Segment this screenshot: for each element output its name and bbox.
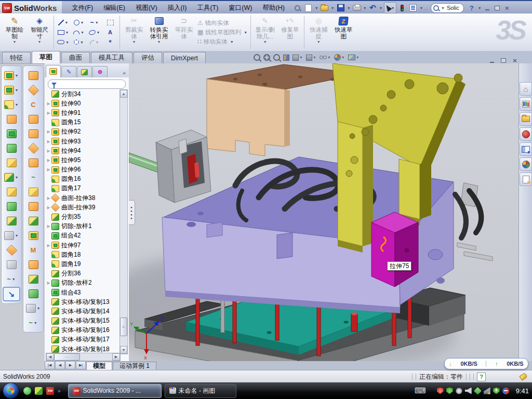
tree-item-拉伸96[interactable]: ▶拉伸96	[46, 165, 121, 175]
menu-插入(I)[interactable]: 插入(I)	[163, 2, 192, 14]
surfaces-tool-button-17[interactable]: ▼	[24, 301, 42, 315]
expand-arrow-icon[interactable]: ▶	[46, 224, 51, 229]
property-manager-tab[interactable]: ✎	[61, 66, 76, 77]
sketch-tool-rect[interactable]: ▼	[56, 28, 71, 37]
dropdown-arrow-icon[interactable]: ▼	[38, 40, 42, 44]
zoom-fit-icon[interactable]	[254, 54, 260, 61]
tree-item-组合43[interactable]: 组合43	[46, 288, 121, 297]
tab-model[interactable]: 模型	[86, 362, 112, 370]
tree-item-实体-移动/复制13[interactable]: 实体-移动/复制13	[46, 297, 121, 307]
features-tool-button-4[interactable]	[3, 112, 20, 126]
features-tool-button-6[interactable]	[3, 141, 20, 155]
surfaces-tool-button-3[interactable]: C	[24, 98, 42, 112]
menu-视图(V)[interactable]: 视图(V)	[131, 2, 162, 14]
tree-filter-input[interactable]	[48, 79, 126, 89]
solidworks-resources-icon[interactable]: ⌂	[520, 82, 532, 96]
edit-appearance-icon[interactable]: ▼	[334, 54, 345, 61]
tree-item-曲面-拉伸39[interactable]: ▶曲面-拉伸39	[46, 203, 121, 212]
tab-评估[interactable]: 评估	[134, 52, 162, 63]
tab-模具工具[interactable]: 模具工具	[91, 52, 132, 63]
network-speed-monitor[interactable]: ↓ 0KB/S ↑ 0KB/S	[444, 358, 528, 369]
surfaces-tool-button-14[interactable]	[24, 258, 42, 272]
dropdown-arrow-icon[interactable]: ▼	[13, 40, 17, 44]
menu-编辑(E)[interactable]: 编辑(E)	[99, 2, 130, 14]
tab-DimXpert[interactable]: DimXpert	[163, 52, 206, 63]
surfaces-tool-button-10[interactable]	[24, 200, 42, 214]
tab-scroll-prev-button[interactable]: ◀	[55, 361, 65, 369]
sketch-tool-polygon[interactable]: ▼	[71, 37, 87, 47]
checker-dropdown-icon[interactable]: ▼	[419, 6, 423, 10]
overflow-ellipsis[interactable]: ..	[424, 5, 428, 11]
expand-arrow-icon[interactable]: ▶	[46, 149, 51, 153]
expand-arrow-icon[interactable]: ▶	[46, 158, 51, 163]
tree-item-拉伸91[interactable]: ▶拉伸91	[46, 108, 121, 117]
surfaces-tool-button-12[interactable]	[24, 229, 42, 243]
launcher-icon[interactable]	[35, 387, 43, 395]
surfaces-tool-button-15[interactable]	[24, 272, 42, 286]
surfaces-tool-button-2[interactable]	[24, 83, 42, 97]
surfaces-tool-button-4[interactable]	[24, 112, 42, 126]
surfaces-tool-button-18[interactable]: ~▼	[24, 316, 42, 330]
features-tool-button-16[interactable]: ↘	[3, 287, 20, 301]
sketch-tool-text[interactable]: A	[102, 28, 118, 37]
features-tool-button-8[interactable]: ▼	[3, 170, 20, 184]
search-dropdown-icon[interactable]: ▼	[441, 6, 445, 10]
tree-item-实体-移动/复制16[interactable]: 实体-移动/复制16	[46, 326, 121, 335]
surfaces-tool-button-16[interactable]	[24, 287, 42, 301]
expand-arrow-icon[interactable]: ▶	[46, 101, 51, 106]
surfaces-tool-button-6[interactable]	[24, 141, 42, 155]
section-view-icon[interactable]	[283, 55, 289, 61]
features-tool-button-13[interactable]	[3, 243, 20, 257]
sketch-tool-line[interactable]: ▼	[56, 18, 71, 28]
tab-草图[interactable]: 草图	[32, 51, 60, 63]
feature-manager-tab[interactable]	[46, 65, 61, 77]
security-shield-icon[interactable]	[446, 388, 453, 394]
features-tool-button-1[interactable]: ▼	[3, 69, 20, 83]
menu-文件(F)[interactable]: 文件(F)	[67, 2, 98, 14]
tree-item-圆角17[interactable]: 圆角17	[46, 184, 121, 193]
quick-tips-icon[interactable]: ?	[477, 373, 486, 381]
restore-button[interactable]	[493, 4, 502, 12]
tags-icon[interactable]	[519, 373, 527, 381]
solidworks-quicklaunch-icon[interactable]: SW	[46, 387, 54, 395]
close-button[interactable]: ×	[502, 4, 512, 12]
tree-item-组合42[interactable]: 组合42	[46, 231, 121, 241]
tree-item-分割36[interactable]: 分割36	[46, 269, 121, 278]
part-cavity-insert[interactable]	[129, 130, 211, 203]
tab-scroll-next-button[interactable]: ▶	[65, 361, 75, 369]
tree-item-实体-移动/复制17[interactable]: 实体-移动/复制17	[46, 335, 121, 344]
view-palette-icon[interactable]	[520, 142, 532, 156]
configuration-manager-tab[interactable]	[77, 66, 92, 77]
design-library-icon[interactable]	[520, 97, 532, 111]
messenger-icon[interactable]	[23, 387, 31, 395]
menu-窗口(W)[interactable]: 窗口(W)	[224, 2, 257, 14]
display-style-icon[interactable]: ▼	[306, 55, 316, 61]
surfaces-tool-button-1[interactable]	[24, 69, 42, 83]
save-icon[interactable]	[336, 3, 346, 12]
surfaces-tool-button-13[interactable]: M	[24, 243, 42, 257]
sketch-tool-spline[interactable]: ~▼	[87, 18, 102, 28]
doc-minimize-button[interactable]	[487, 57, 497, 64]
tree-item-实体-移动/复制14[interactable]: 实体-移动/复制14	[46, 307, 121, 316]
tab-scroll-last-button[interactable]: ▶|	[76, 361, 86, 369]
sketch-tool-point[interactable]: *	[102, 37, 118, 47]
tree-item-实体-移动/复制18[interactable]: 实体-移动/复制18	[46, 344, 121, 353]
design-checker-icon[interactable]	[408, 3, 418, 12]
tree-item-拉伸92[interactable]: ▶拉伸92	[46, 127, 121, 137]
tree-item-分割35[interactable]: 分割35	[46, 212, 121, 221]
expand-arrow-icon[interactable]: ▶	[46, 243, 51, 248]
features-tool-button-14[interactable]	[3, 258, 20, 272]
start-button[interactable]	[3, 382, 19, 399]
new-dropdown-icon[interactable]: ▼	[315, 6, 318, 10]
taskbar-button-solidworks[interactable]: SW SolidWorks 2009 - ...	[68, 384, 162, 398]
select-tool[interactable]: ▼	[384, 2, 397, 14]
toolbox-icon[interactable]	[520, 127, 532, 141]
expand-arrow-icon[interactable]: ▶	[46, 205, 51, 210]
view-orientation-icon[interactable]: ▼	[292, 55, 303, 61]
sketch-tool-circle[interactable]: ▼	[71, 18, 87, 28]
help-icon[interactable]: ?	[467, 3, 477, 12]
tree-horizontal-scrollbar[interactable]: ◀ ⋯ ▶	[46, 353, 121, 361]
tab-scroll-first-button[interactable]: |◀	[45, 361, 55, 369]
minimize-button[interactable]	[483, 4, 492, 12]
features-tool-button-5[interactable]	[3, 127, 20, 141]
